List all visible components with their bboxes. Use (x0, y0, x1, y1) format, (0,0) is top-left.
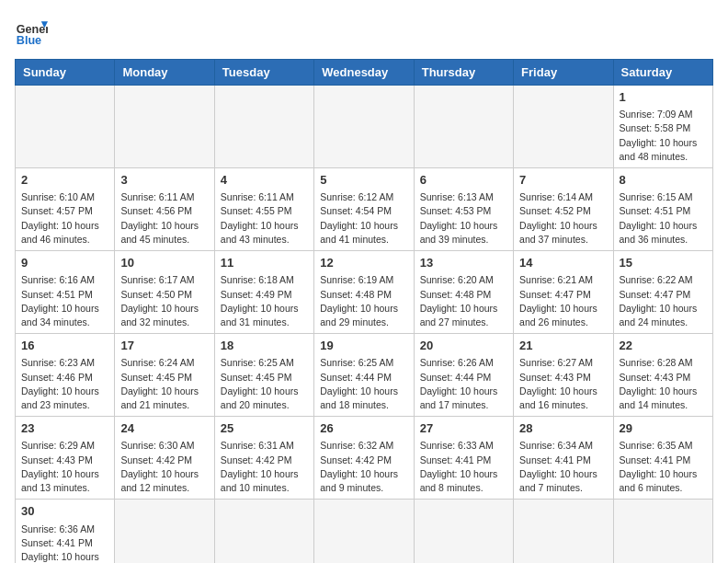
calendar-day: 23Sunrise: 6:29 AM Sunset: 4:43 PM Dayli… (16, 417, 115, 500)
calendar-day: 18Sunrise: 6:25 AM Sunset: 4:45 PM Dayli… (214, 334, 313, 417)
day-info: Sunrise: 6:27 AM Sunset: 4:43 PM Dayligh… (519, 356, 607, 412)
day-number: 30 (21, 503, 108, 520)
day-number: 2 (21, 172, 108, 189)
day-info: Sunrise: 6:34 AM Sunset: 4:41 PM Dayligh… (519, 439, 607, 495)
calendar-day: 12Sunrise: 6:19 AM Sunset: 4:48 PM Dayli… (314, 251, 414, 334)
weekday-header-thursday: Thursday (414, 60, 513, 86)
day-info: Sunrise: 6:16 AM Sunset: 4:51 PM Dayligh… (21, 273, 108, 329)
day-number: 6 (420, 172, 507, 189)
day-info: Sunrise: 6:10 AM Sunset: 4:57 PM Dayligh… (21, 190, 108, 247)
calendar-day (414, 86, 513, 168)
calendar-day (414, 500, 513, 563)
day-info: Sunrise: 7:09 AM Sunset: 5:58 PM Dayligh… (620, 108, 707, 164)
calendar-day: 24Sunrise: 6:30 AM Sunset: 4:42 PM Dayli… (115, 417, 214, 500)
weekday-header-wednesday: Wednesday (314, 60, 414, 86)
day-number: 25 (221, 420, 308, 437)
calendar-row: 23Sunrise: 6:29 AM Sunset: 4:43 PM Dayli… (16, 417, 713, 500)
day-number: 13 (420, 255, 507, 271)
calendar-day: 9Sunrise: 6:16 AM Sunset: 4:51 PM Daylig… (16, 251, 115, 334)
calendar-day: 14Sunrise: 6:21 AM Sunset: 4:47 PM Dayli… (514, 251, 613, 334)
day-info: Sunrise: 6:11 AM Sunset: 4:56 PM Dayligh… (120, 190, 208, 247)
day-number: 26 (320, 420, 407, 437)
calendar-day: 28Sunrise: 6:34 AM Sunset: 4:41 PM Dayli… (514, 417, 613, 500)
day-number: 27 (420, 420, 507, 437)
day-number: 11 (221, 255, 308, 271)
calendar-day: 15Sunrise: 6:22 AM Sunset: 4:47 PM Dayli… (613, 251, 712, 334)
calendar-day: 17Sunrise: 6:24 AM Sunset: 4:45 PM Dayli… (115, 334, 214, 417)
weekday-header-friday: Friday (514, 60, 613, 86)
svg-text:Blue: Blue (17, 34, 41, 47)
day-number: 18 (221, 338, 308, 354)
day-number: 21 (519, 338, 607, 354)
calendar-day (115, 500, 214, 563)
day-number: 8 (620, 172, 707, 189)
day-info: Sunrise: 6:18 AM Sunset: 4:49 PM Dayligh… (221, 273, 308, 329)
calendar-day: 8Sunrise: 6:15 AM Sunset: 4:51 PM Daylig… (613, 168, 712, 251)
calendar-table: SundayMondayTuesdayWednesdayThursdayFrid… (15, 59, 713, 563)
day-number: 9 (21, 255, 108, 271)
day-info: Sunrise: 6:32 AM Sunset: 4:42 PM Dayligh… (320, 439, 407, 495)
calendar-day: 20Sunrise: 6:26 AM Sunset: 4:44 PM Dayli… (414, 334, 513, 417)
logo-icon: General Blue (15, 15, 48, 48)
calendar-day: 5Sunrise: 6:12 AM Sunset: 4:54 PM Daylig… (314, 168, 414, 251)
day-info: Sunrise: 6:17 AM Sunset: 4:50 PM Dayligh… (120, 273, 208, 329)
calendar-day: 27Sunrise: 6:33 AM Sunset: 4:41 PM Dayli… (414, 417, 513, 500)
day-info: Sunrise: 6:35 AM Sunset: 4:41 PM Dayligh… (620, 439, 707, 495)
calendar-day: 1Sunrise: 7:09 AM Sunset: 5:58 PM Daylig… (613, 86, 712, 168)
calendar-row: 1Sunrise: 7:09 AM Sunset: 5:58 PM Daylig… (16, 86, 713, 168)
day-number: 17 (120, 338, 208, 354)
calendar-day: 3Sunrise: 6:11 AM Sunset: 4:56 PM Daylig… (115, 168, 214, 251)
day-number: 29 (620, 420, 707, 437)
calendar-day: 19Sunrise: 6:25 AM Sunset: 4:44 PM Dayli… (314, 334, 414, 417)
calendar-day (314, 500, 414, 563)
day-info: Sunrise: 6:26 AM Sunset: 4:44 PM Dayligh… (420, 356, 507, 412)
calendar-row: 9Sunrise: 6:16 AM Sunset: 4:51 PM Daylig… (16, 251, 713, 334)
day-number: 5 (320, 172, 407, 189)
calendar-day: 10Sunrise: 6:17 AM Sunset: 4:50 PM Dayli… (115, 251, 214, 334)
calendar-day: 11Sunrise: 6:18 AM Sunset: 4:49 PM Dayli… (214, 251, 313, 334)
day-number: 23 (21, 420, 108, 437)
calendar-day: 26Sunrise: 6:32 AM Sunset: 4:42 PM Dayli… (314, 417, 414, 500)
day-number: 12 (320, 255, 407, 271)
weekday-header-saturday: Saturday (613, 60, 712, 86)
day-number: 28 (519, 420, 607, 437)
calendar-day: 29Sunrise: 6:35 AM Sunset: 4:41 PM Dayli… (613, 417, 712, 500)
day-info: Sunrise: 6:33 AM Sunset: 4:41 PM Dayligh… (420, 439, 507, 495)
calendar-day: 4Sunrise: 6:11 AM Sunset: 4:55 PM Daylig… (214, 168, 313, 251)
calendar-day (16, 86, 115, 168)
day-info: Sunrise: 6:25 AM Sunset: 4:44 PM Dayligh… (320, 356, 407, 412)
weekday-header-monday: Monday (115, 60, 214, 86)
calendar-day (115, 86, 214, 168)
weekday-header-sunday: Sunday (16, 60, 115, 86)
day-info: Sunrise: 6:20 AM Sunset: 4:48 PM Dayligh… (420, 273, 507, 329)
calendar-day: 30Sunrise: 6:36 AM Sunset: 4:41 PM Dayli… (16, 500, 115, 563)
day-info: Sunrise: 6:15 AM Sunset: 4:51 PM Dayligh… (620, 190, 707, 247)
calendar-day: 25Sunrise: 6:31 AM Sunset: 4:42 PM Dayli… (214, 417, 313, 500)
day-info: Sunrise: 6:36 AM Sunset: 4:41 PM Dayligh… (21, 523, 108, 564)
day-number: 7 (519, 172, 607, 189)
calendar-day (214, 86, 313, 168)
day-number: 14 (519, 255, 607, 271)
calendar-day: 13Sunrise: 6:20 AM Sunset: 4:48 PM Dayli… (414, 251, 513, 334)
day-info: Sunrise: 6:30 AM Sunset: 4:42 PM Dayligh… (120, 439, 208, 495)
day-info: Sunrise: 6:19 AM Sunset: 4:48 PM Dayligh… (320, 273, 407, 329)
day-number: 22 (620, 338, 707, 354)
day-number: 1 (620, 89, 707, 106)
day-number: 24 (120, 420, 208, 437)
day-number: 19 (320, 338, 407, 354)
page-header: General Blue (15, 15, 713, 48)
calendar-day: 6Sunrise: 6:13 AM Sunset: 4:53 PM Daylig… (414, 168, 513, 251)
day-number: 3 (120, 172, 208, 189)
day-info: Sunrise: 6:21 AM Sunset: 4:47 PM Dayligh… (519, 273, 607, 329)
day-info: Sunrise: 6:23 AM Sunset: 4:46 PM Dayligh… (21, 356, 108, 412)
calendar-day (514, 86, 613, 168)
day-number: 10 (120, 255, 208, 271)
weekday-header-tuesday: Tuesday (214, 60, 313, 86)
day-number: 4 (221, 172, 308, 189)
logo: General Blue (15, 15, 48, 48)
day-info: Sunrise: 6:11 AM Sunset: 4:55 PM Dayligh… (221, 190, 308, 247)
day-number: 20 (420, 338, 507, 354)
calendar-day: 21Sunrise: 6:27 AM Sunset: 4:43 PM Dayli… (514, 334, 613, 417)
day-info: Sunrise: 6:25 AM Sunset: 4:45 PM Dayligh… (221, 356, 308, 412)
calendar-day (214, 500, 313, 563)
